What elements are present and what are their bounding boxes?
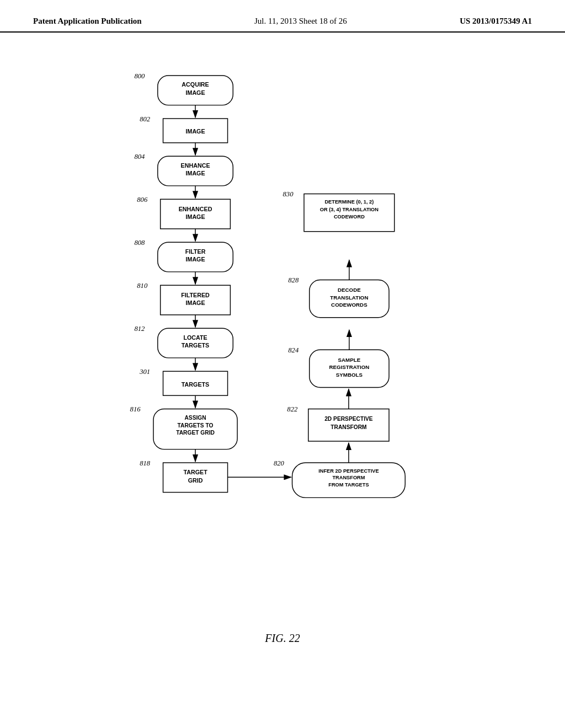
svg-text:816: 816 (130, 405, 141, 413)
svg-text:TARGET GRID: TARGET GRID (176, 430, 215, 436)
svg-text:TARGETS: TARGETS (182, 342, 209, 349)
svg-text:OR (3, 4) TRANSLATION: OR (3, 4) TRANSLATION (320, 207, 379, 212)
figure-label: FIG. 22 (265, 632, 300, 645)
svg-text:SYMBOLS: SYMBOLS (336, 372, 363, 378)
svg-text:ENHANCE: ENHANCE (181, 162, 210, 169)
svg-text:301: 301 (139, 368, 150, 376)
svg-text:GRID: GRID (188, 477, 203, 484)
svg-text:IMAGE: IMAGE (185, 213, 205, 220)
svg-text:820: 820 (274, 459, 285, 467)
svg-text:812: 812 (134, 325, 145, 333)
svg-text:IMAGE: IMAGE (185, 299, 205, 306)
svg-text:824: 824 (288, 346, 299, 354)
svg-text:IMAGE: IMAGE (185, 128, 205, 135)
svg-text:818: 818 (140, 459, 151, 467)
svg-text:INFER 2D PERSPECTIVE: INFER 2D PERSPECTIVE (318, 468, 379, 474)
svg-text:800: 800 (134, 72, 145, 80)
svg-text:FROM TARGETS: FROM TARGETS (328, 482, 369, 488)
svg-text:2D PERSPECTIVE: 2D PERSPECTIVE (324, 416, 373, 422)
svg-text:TARGETS TO: TARGETS TO (178, 422, 214, 429)
header-center: Jul. 11, 2013 Sheet 18 of 26 (254, 17, 347, 26)
diagram-container: ACQUIRE IMAGE 800 IMAGE 802 ENHANCE IMAG… (0, 33, 565, 678)
svg-text:IMAGE: IMAGE (185, 256, 205, 263)
svg-text:808: 808 (134, 239, 145, 247)
svg-text:TRANSLATION: TRANSLATION (330, 295, 368, 301)
svg-text:IMAGE: IMAGE (185, 89, 205, 96)
svg-text:TARGET: TARGET (183, 469, 207, 475)
svg-text:CODEWORD: CODEWORD (334, 214, 365, 220)
svg-text:TRANSFORM: TRANSFORM (331, 424, 366, 430)
svg-text:802: 802 (140, 115, 151, 123)
svg-text:804: 804 (134, 153, 145, 160)
svg-text:DECODE: DECODE (338, 287, 361, 293)
svg-text:SAMPLE: SAMPLE (338, 357, 361, 363)
svg-text:828: 828 (288, 276, 299, 284)
svg-text:ASSIGN: ASSIGN (184, 415, 206, 421)
svg-text:806: 806 (137, 196, 148, 204)
header-left: Patent Application Publication (33, 17, 142, 26)
svg-text:ENHANCED: ENHANCED (179, 206, 212, 212)
svg-text:LOCATE: LOCATE (183, 334, 207, 341)
svg-text:IMAGE: IMAGE (185, 170, 205, 176)
svg-text:TRANSFORM: TRANSFORM (332, 475, 365, 480)
svg-text:ACQUIRE: ACQUIRE (182, 81, 209, 88)
svg-text:830: 830 (283, 190, 294, 198)
flowchart-svg: ACQUIRE IMAGE 800 IMAGE 802 ENHANCE IMAG… (0, 33, 565, 678)
svg-text:810: 810 (137, 282, 148, 290)
svg-text:FILTERED: FILTERED (181, 292, 210, 298)
svg-text:822: 822 (287, 405, 298, 413)
header-right: US 2013/0175349 A1 (460, 17, 532, 26)
svg-text:CODEWORDS: CODEWORDS (331, 302, 367, 308)
svg-text:TARGETS: TARGETS (182, 381, 209, 388)
page-header: Patent Application Publication Jul. 11, … (0, 0, 565, 33)
svg-text:FILTER: FILTER (185, 248, 206, 255)
svg-text:REGISTRATION: REGISTRATION (329, 364, 369, 370)
svg-text:DETERMINE (0, 1, 2): DETERMINE (0, 1, 2) (324, 199, 374, 205)
